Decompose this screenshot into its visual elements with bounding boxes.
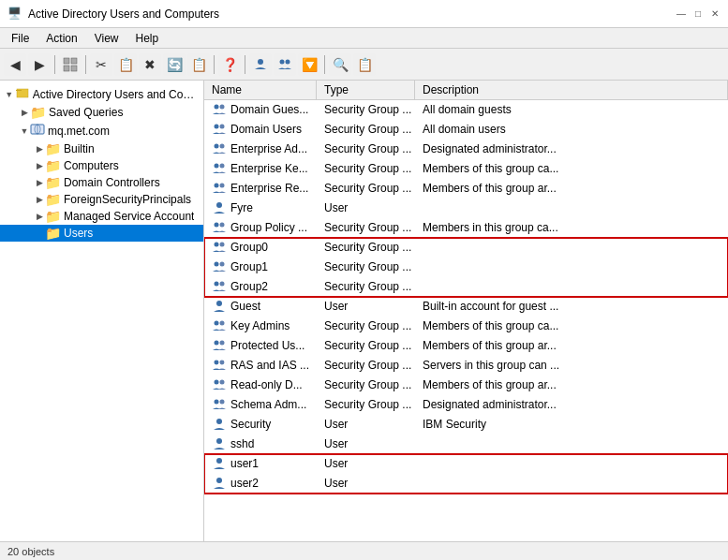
col-header-name[interactable]: Name — [204, 81, 317, 99]
list-row[interactable]: Group0 Security Group ... — [204, 238, 728, 258]
svg-rect-3 — [71, 66, 77, 71]
cell-name: Group2 — [204, 277, 317, 296]
list-row[interactable]: Domain Users Security Group ... All doma… — [204, 120, 728, 140]
user-icon — [212, 456, 227, 471]
close-button[interactable]: ✕ — [709, 8, 721, 20]
list-row[interactable]: RAS and IAS ... Security Group ... Serve… — [204, 356, 728, 376]
col-header-type[interactable]: Type — [317, 81, 415, 99]
computers-folder-icon: 📁 — [45, 158, 61, 173]
cell-name: Domain Gues... — [204, 100, 317, 119]
properties-button[interactable]: 📋 — [353, 53, 376, 76]
minimize-button[interactable]: — — [676, 8, 687, 20]
cell-desc: Designated administrator... — [415, 140, 728, 157]
main-area: ▼ Active Directory Users and Compu ▶ 📁 S… — [0, 81, 728, 541]
tree-root[interactable]: ▼ Active Directory Users and Compu — [0, 84, 203, 104]
back-button[interactable]: ◀ — [4, 53, 26, 76]
forward-button[interactable]: ▶ — [28, 53, 51, 76]
cell-type: Security Group ... — [317, 219, 415, 236]
menu-help[interactable]: Help — [128, 30, 167, 47]
list-row[interactable]: Group2 Security Group ... — [204, 277, 728, 297]
highlighted-group: user1 User user2 User — [204, 454, 728, 494]
expand-fsp: ▶ — [34, 195, 45, 204]
list-row[interactable]: user2 User — [204, 474, 728, 494]
list-row[interactable]: Key Admins Security Group ... Members of… — [204, 317, 728, 336]
tree-saved-queries[interactable]: ▶ 📁 Saved Queries — [0, 104, 203, 121]
svg-point-31 — [216, 301, 222, 306]
delete-button[interactable]: ✖ — [139, 53, 161, 76]
col-header-desc[interactable]: Description — [415, 81, 728, 99]
cell-type: Security Group ... — [317, 140, 415, 157]
cell-type: Security Group ... — [317, 317, 415, 334]
group-icon — [212, 181, 227, 196]
list-row[interactable]: Enterprise Re... Security Group ... Memb… — [204, 179, 728, 199]
list-row[interactable]: Protected Us... Security Group ... Membe… — [204, 336, 728, 356]
tree-builtin[interactable]: ▶ 📁 Builtin — [0, 140, 203, 157]
list-header: Name Type Description — [204, 81, 728, 100]
group-icon — [212, 377, 227, 392]
cell-name: Protected Us... — [204, 336, 317, 355]
tree-dc[interactable]: ▶ 📁 Domain Controllers — [0, 174, 203, 191]
msa-folder-icon: 📁 — [45, 209, 61, 224]
list-row[interactable]: Enterprise Ke... Security Group ... Memb… — [204, 159, 728, 179]
menu-file[interactable]: File — [4, 30, 37, 47]
svg-point-23 — [215, 223, 219, 228]
list-row[interactable]: Fyre User — [204, 199, 728, 218]
tree-saved-label: Saved Queries — [49, 106, 123, 119]
group-icon — [212, 259, 227, 274]
user-icon — [212, 417, 227, 432]
cell-name: Enterprise Re... — [204, 179, 317, 198]
svg-point-13 — [220, 105, 225, 110]
cell-name: Enterprise Ad... — [204, 140, 317, 158]
cell-type: User — [317, 455, 415, 472]
cell-name: Security — [204, 415, 317, 434]
maximize-button[interactable]: □ — [692, 8, 704, 20]
cell-desc — [415, 481, 728, 485]
cell-desc: Members of this group ca... — [415, 160, 728, 177]
cell-type: Security Group ... — [317, 258, 415, 275]
refresh-button[interactable]: 🔄 — [163, 53, 186, 76]
cell-desc: Members of this group ar... — [415, 376, 728, 393]
cell-name: sshd — [204, 435, 317, 453]
list-row[interactable]: Group Policy ... Security Group ... Memb… — [204, 218, 728, 238]
help-button[interactable]: ❓ — [218, 53, 241, 76]
list-row[interactable]: Group1 Security Group ... — [204, 258, 728, 277]
cell-desc — [415, 245, 728, 249]
menu-action[interactable]: Action — [38, 30, 84, 47]
cell-desc: Members of this group ar... — [415, 180, 728, 197]
list-row[interactable]: Enterprise Ad... Security Group ... Desi… — [204, 140, 728, 159]
cut-button[interactable]: ✂ — [90, 53, 112, 76]
cell-name: Read-only D... — [204, 376, 317, 394]
tree-computers[interactable]: ▶ 📁 Computers — [0, 157, 203, 174]
new-group-button[interactable] — [274, 53, 296, 76]
svg-point-25 — [215, 243, 219, 247]
view-button[interactable] — [59, 53, 82, 76]
tree-users[interactable]: 📁 Users — [0, 225, 203, 242]
export-button[interactable]: 📋 — [187, 53, 210, 76]
list-row[interactable]: sshd User — [204, 435, 728, 454]
tree-panel[interactable]: ▼ Active Directory Users and Compu ▶ 📁 S… — [0, 81, 204, 541]
svg-point-5 — [280, 59, 285, 64]
copy-button[interactable]: 📋 — [114, 53, 137, 76]
tree-domain[interactable]: ▼ mq.met.com — [0, 121, 203, 140]
tree-builtin-label: Builtin — [64, 142, 95, 155]
svg-point-26 — [220, 243, 225, 247]
menu-view[interactable]: View — [87, 30, 126, 47]
list-row[interactable]: Security User IBM Security — [204, 415, 728, 435]
list-row[interactable]: Guest User Built-in account for guest ..… — [204, 297, 728, 317]
cell-name: RAS and IAS ... — [204, 356, 317, 375]
tree-msa[interactable]: ▶ 📁 Managed Service Account — [0, 208, 203, 225]
list-row[interactable]: Domain Gues... Security Group ... All do… — [204, 100, 728, 120]
list-row[interactable]: Schema Adm... Security Group ... Designa… — [204, 395, 728, 415]
window-controls[interactable]: — □ ✕ — [676, 8, 721, 20]
tree-fsp-label: ForeignSecurityPrincipals — [64, 193, 191, 206]
svg-point-15 — [220, 125, 225, 129]
tree-fsp[interactable]: ▶ 📁 ForeignSecurityPrincipals — [0, 191, 203, 208]
svg-point-30 — [220, 282, 225, 287]
list-row[interactable]: Read-only D... Security Group ... Member… — [204, 376, 728, 395]
new-object-button[interactable] — [249, 53, 272, 76]
find-button[interactable]: 🔍 — [329, 53, 351, 76]
list-row[interactable]: user1 User — [204, 454, 728, 474]
svg-point-17 — [220, 144, 225, 149]
list-panel[interactable]: Name Type Description Domain Gues... Sec… — [204, 81, 728, 541]
filter-button[interactable]: 🔽 — [298, 53, 320, 76]
